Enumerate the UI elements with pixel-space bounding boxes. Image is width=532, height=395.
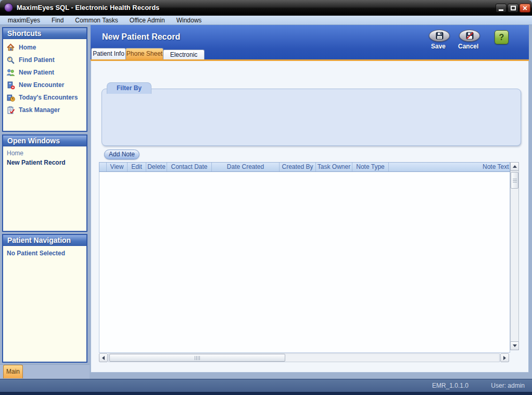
- column-header-view[interactable]: View: [107, 163, 128, 171]
- app-icon: [4, 3, 13, 12]
- sidebar-item-find-patient[interactable]: Find Patient: [3, 54, 86, 66]
- title-bar: MaximEyes SQL - Electronic Health Record…: [0, 0, 532, 16]
- table-header-row: View Edit Delete Contact Date Date Creat…: [99, 162, 510, 172]
- maximize-button[interactable]: [508, 4, 518, 13]
- menu-common-tasks[interactable]: Common Tasks: [69, 17, 123, 24]
- menu-office-admin[interactable]: Office Admin: [124, 17, 171, 24]
- column-filler: [389, 163, 483, 171]
- sidebar-item-label: New Patient: [19, 69, 54, 76]
- window-title: MaximEyes SQL - Electronic Health Record…: [17, 4, 159, 11]
- chevron-down-icon: [513, 344, 517, 347]
- close-button[interactable]: ✕: [520, 4, 530, 13]
- open-window-home[interactable]: Home: [3, 149, 86, 158]
- filter-panel: [102, 89, 521, 146]
- chevron-left-icon: [102, 356, 105, 360]
- column-header-edit[interactable]: Edit: [128, 163, 146, 171]
- column-spacer: [99, 163, 107, 171]
- filter-by-tab: Filter By: [107, 82, 151, 94]
- patient-navigation-header: Patient Navigation: [3, 235, 86, 246]
- open-windows-panel: Open Windows Home New Patient Record: [2, 134, 87, 232]
- vertical-scrollbar[interactable]: [510, 162, 519, 350]
- tab-phone-sheet[interactable]: Phone Sheet: [125, 48, 163, 59]
- shortcuts-header: Shortcuts: [3, 28, 86, 39]
- sidebar-item-label: New Encounter: [19, 81, 64, 89]
- menu-find[interactable]: Find: [46, 17, 69, 24]
- scroll-left-button[interactable]: [99, 353, 108, 362]
- home-icon: [6, 43, 15, 52]
- minimize-button[interactable]: [496, 4, 506, 13]
- vertical-scrollbar-thumb[interactable]: [511, 172, 518, 189]
- todays-encounters-icon: [6, 93, 15, 102]
- tab-electronic-files[interactable]: Electronic Files: [163, 50, 205, 59]
- new-encounter-icon: [6, 81, 15, 90]
- cancel-icon: [466, 32, 474, 40]
- column-header-date-created[interactable]: Date Created: [212, 163, 280, 171]
- open-window-new-patient-record[interactable]: New Patient Record: [3, 158, 86, 167]
- task-manager-icon: [6, 106, 15, 115]
- find-patient-icon: [6, 56, 15, 65]
- sidebar-item-label: Home: [19, 44, 36, 51]
- sidebar-item-new-patient[interactable]: New Patient: [3, 66, 86, 79]
- column-header-created-by[interactable]: Created By: [280, 163, 316, 171]
- help-button[interactable]: ?: [495, 30, 509, 44]
- column-header-contact-date[interactable]: Contact Date: [167, 163, 212, 171]
- scroll-right-button[interactable]: [500, 353, 509, 362]
- version-label: EMR_1.0.1.0: [432, 382, 468, 389]
- sidebar-item-task-manager[interactable]: Task Manager: [3, 104, 86, 116]
- sidebar-item-label: Find Patient: [19, 56, 55, 64]
- cancel-button-label: Cancel: [458, 43, 478, 50]
- menu-maximeyes[interactable]: maximEyes: [2, 17, 46, 24]
- shortcuts-panel: Shortcuts Home Find Patient New Patient …: [2, 27, 87, 132]
- status-bar: EMR_1.0.1.0 User: admin: [0, 379, 532, 392]
- column-header-delete[interactable]: Delete: [146, 163, 167, 171]
- page-title: New Patient Record: [102, 32, 180, 42]
- scroll-up-button[interactable]: [510, 162, 519, 171]
- scroll-down-button[interactable]: [510, 341, 519, 350]
- chevron-up-icon: [513, 165, 517, 168]
- save-button[interactable]: [429, 30, 450, 42]
- column-header-note-text[interactable]: Note Text: [483, 163, 510, 171]
- table-body: [99, 172, 510, 353]
- menu-windows[interactable]: Windows: [171, 17, 208, 24]
- sidebar-item-home[interactable]: Home: [3, 41, 86, 54]
- open-windows-header: Open Windows: [3, 135, 86, 146]
- new-patient-icon: [6, 68, 15, 77]
- patient-navigation-panel: Patient Navigation No Patient Selected: [2, 234, 87, 363]
- add-note-button[interactable]: Add Note: [104, 150, 140, 159]
- sidebar-item-label: Today's Encounters: [19, 94, 78, 101]
- column-header-note-type[interactable]: Note Type: [352, 163, 389, 171]
- save-button-label: Save: [431, 43, 446, 50]
- tab-main[interactable]: Main: [3, 365, 23, 378]
- window-bottom-edge: [0, 392, 532, 395]
- minimize-icon: [499, 9, 503, 11]
- user-label: User: admin: [491, 382, 525, 389]
- close-icon: ✕: [522, 5, 527, 12]
- sidebar-item-todays-encounters[interactable]: Today's Encounters: [3, 91, 86, 104]
- menu-bar: maximEyes Find Common Tasks Office Admin…: [0, 16, 532, 25]
- cancel-button[interactable]: [459, 30, 480, 42]
- column-header-task-owner[interactable]: Task Owner: [316, 163, 352, 171]
- no-patient-selected-label: No Patient Selected: [3, 246, 86, 257]
- sidebar-item-new-encounter[interactable]: New Encounter: [3, 79, 86, 91]
- maximize-icon: [511, 6, 516, 10]
- save-icon: [436, 32, 444, 40]
- chevron-right-icon: [503, 356, 506, 360]
- sidebar-item-label: Task Manager: [19, 106, 60, 114]
- horizontal-scrollbar-thumb[interactable]: [109, 354, 285, 362]
- tab-patient-info[interactable]: Patient Info: [91, 48, 126, 59]
